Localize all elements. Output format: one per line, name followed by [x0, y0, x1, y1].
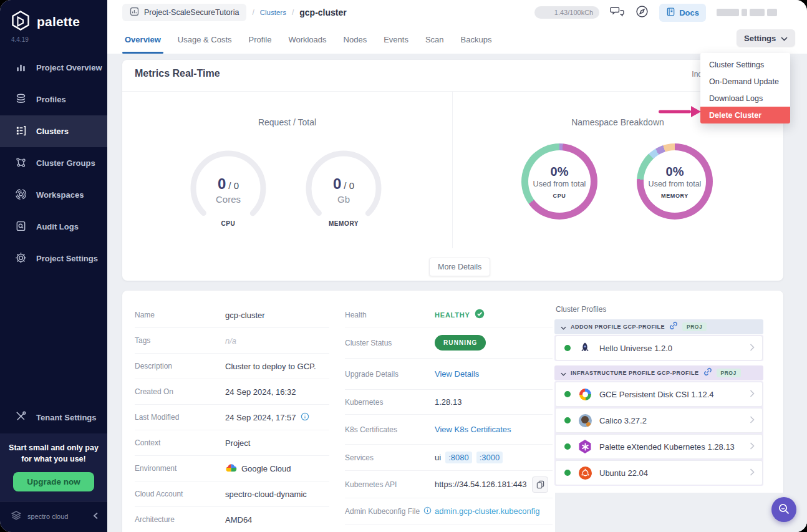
info-icon[interactable]	[423, 506, 432, 516]
sidebar-item-label: Project Overview	[36, 63, 102, 72]
tab-backups[interactable]: Backups	[461, 25, 492, 54]
kubeconfig-download-link[interactable]: admin.gcp-cluster.kubeconfig	[435, 506, 539, 516]
sidebar-item-audit-logs[interactable]: Audit Logs	[0, 211, 107, 243]
chevron-right-icon	[750, 467, 755, 478]
docs-button[interactable]: Docs	[659, 4, 706, 22]
menu-item-on-demand-update[interactable]: On-Demand Update	[700, 73, 790, 90]
view-details-link[interactable]: View Details	[435, 369, 479, 379]
cluster-status-badge: RUNNING	[435, 335, 486, 351]
profile-row-calico[interactable]: Calico 3.27.2	[555, 408, 763, 433]
detail-row: Namegcp-cluster	[135, 302, 329, 328]
view-k8s-certificates-link[interactable]: View K8s Certificates	[435, 425, 511, 434]
cpu-gauge-label: CPU	[188, 220, 268, 227]
tab-events[interactable]: Events	[384, 25, 408, 54]
detail-row: Cloud Accountspectro-cloud-dynamic	[135, 481, 329, 507]
cluster-name-value: gcp-cluster	[225, 311, 265, 320]
namespace-cpu-donut: 0% Used from total CPU	[521, 143, 597, 220]
sidebar-item-label: Profiles	[36, 95, 66, 104]
detail-row: Kubernetes1.28.13	[345, 390, 553, 415]
bar-chart-icon	[15, 61, 27, 75]
environment-value: Google Cloud	[241, 464, 291, 473]
profile-row-gce-disk[interactable]: GCE Persistent Disk CSI 1.12.4	[555, 382, 763, 407]
cluster-tabs: Overview Usage & Costs Profile Workloads…	[107, 25, 807, 54]
menu-item-cluster-settings[interactable]: Cluster Settings	[700, 56, 790, 73]
breadcrumb-clusters-link[interactable]: Clusters	[260, 9, 286, 16]
addon-profile-header[interactable]: ADDON PROFILE GCP-PROFILE PROJ	[554, 319, 763, 334]
ubuntu-icon	[578, 466, 592, 480]
gce-persistent-disk-icon	[578, 387, 592, 401]
sidebar-item-tenant-settings[interactable]: Tenant Settings	[0, 402, 107, 433]
tab-workloads[interactable]: Workloads	[288, 25, 326, 54]
cluster-info-column: Namegcp-cluster Tagsn/a DescriptionClust…	[135, 302, 329, 532]
detail-row: K8s Certificates View K8s Certificates	[345, 415, 553, 445]
background-patch	[555, 493, 807, 532]
chat-bubbles-icon	[610, 6, 625, 20]
info-icon[interactable]	[301, 412, 309, 423]
cpu-used-value: 0	[218, 175, 226, 192]
brand-footer-label: spectro cloud	[27, 513, 88, 520]
context-value: Project	[225, 438, 250, 448]
tab-nodes[interactable]: Nodes	[344, 25, 367, 54]
cluster-status-column: Health HEALTHY Cluster Status RUNNING Up…	[345, 302, 553, 525]
sidebar-item-project-settings[interactable]: Project Settings	[0, 243, 107, 274]
status-dot	[564, 345, 571, 351]
sidebar: palette 4.4.19 Project Overview Profiles…	[0, 0, 107, 532]
menu-item-delete-cluster[interactable]: Delete Cluster	[700, 107, 790, 123]
addon-profile-rows: Hello Universe 1.2.0	[554, 335, 763, 361]
sidebar-item-cluster-groups[interactable]: Cluster Groups	[0, 147, 107, 179]
chevron-down-icon	[561, 367, 566, 379]
link-icon[interactable]	[703, 367, 712, 379]
profile-row-palette-extended-kubernetes[interactable]: Palette eXtended Kubernetes 1.28.13	[555, 434, 763, 459]
infrastructure-profile-header[interactable]: INFRASTRUCTURE PROFILE GCP-PROFILE PROJ	[554, 365, 763, 380]
sidebar-item-project-overview[interactable]: Project Overview	[0, 52, 107, 84]
tab-usage-costs[interactable]: Usage & Costs	[178, 25, 232, 54]
project-switcher[interactable]: Project-ScaleSecureTutoria	[122, 4, 246, 21]
tab-scan[interactable]: Scan	[425, 25, 444, 54]
service-port-8080-link[interactable]: :8080	[445, 452, 472, 463]
clusters-list-icon	[15, 125, 27, 138]
detail-row: DescriptionCluster to deploy to GCP.	[135, 354, 329, 379]
sidebar-item-profiles[interactable]: Profiles	[0, 84, 107, 115]
profile-row-hello-universe[interactable]: Hello Universe 1.2.0	[555, 336, 763, 360]
memory-percent: 0%	[666, 165, 684, 179]
chevron-down-icon	[781, 34, 788, 43]
explore-button[interactable]	[635, 5, 649, 20]
collapse-sidebar-icon[interactable]	[93, 511, 99, 522]
palette-logo[interactable]: palette	[0, 0, 107, 35]
architecture-value: AMD64	[225, 515, 252, 525]
service-port-3000-link[interactable]: :3000	[476, 452, 503, 463]
redacted-username	[717, 9, 777, 16]
document-search-icon	[15, 220, 27, 234]
cpu-caption: Used from total	[533, 180, 586, 188]
sidebar-item-workspaces[interactable]: Workspaces	[0, 179, 107, 211]
tab-overview[interactable]: Overview	[125, 25, 161, 54]
memory-caption: Used from total	[649, 180, 702, 188]
copy-button[interactable]	[532, 476, 548, 493]
link-icon[interactable]	[669, 321, 678, 332]
calico-icon	[578, 414, 592, 427]
profile-row-ubuntu[interactable]: Ubuntu 22.04	[555, 460, 763, 485]
help-search-button[interactable]	[771, 497, 796, 522]
palette-logo-icon	[10, 10, 31, 34]
divider	[452, 91, 453, 248]
feedback-chat-button[interactable]	[610, 6, 625, 20]
memory-gauge: 0/ 0 Gb MEMORY	[304, 148, 384, 228]
tags-value: n/a	[225, 336, 236, 346]
last-modified-value: 24 Sep 2024, 17:57	[225, 413, 296, 422]
hello-universe-icon	[578, 341, 592, 355]
tab-profile[interactable]: Profile	[249, 25, 272, 54]
compass-icon	[635, 5, 649, 20]
settings-button[interactable]: Settings	[737, 29, 795, 47]
detail-row: Last Modified 24 Sep 2024, 17:57	[135, 405, 329, 430]
menu-item-download-logs[interactable]: Download Logs	[700, 90, 790, 107]
detail-row: Services ui :8080 :3000	[345, 445, 553, 471]
upgrade-now-button[interactable]: Upgrade now	[13, 472, 94, 491]
namespace-memory-donut: 0% Used from total MEMORY	[637, 143, 713, 220]
sidebar-item-clusters[interactable]: Clusters	[0, 115, 107, 147]
concentric-circles-icon	[15, 188, 27, 202]
detail-row: Upgrade Details View Details	[345, 359, 553, 390]
more-details-button[interactable]: More Details	[429, 258, 490, 276]
google-cloud-icon	[225, 463, 237, 474]
detail-row: ArchitectureAMD64	[135, 507, 329, 532]
project-chart-icon	[130, 7, 139, 18]
